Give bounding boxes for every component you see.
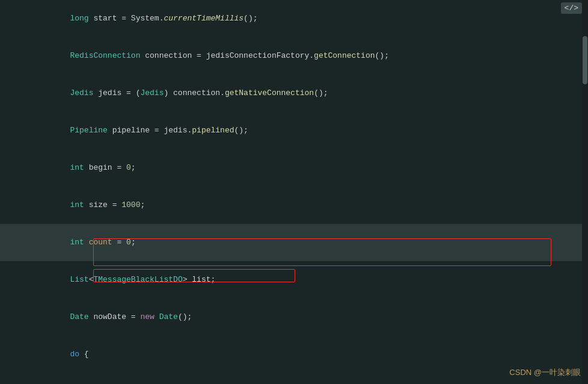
code-text: int begin = 0; [28, 150, 588, 186]
code-line-3: Jedis jedis = (Jedis) connection.getNati… [0, 75, 588, 112]
code-text: Pipeline pipeline = jedis.pipelined(); [28, 113, 588, 149]
code-text: List<TMessageBlackListDO> list; [28, 262, 588, 298]
code-line-10: do { [0, 336, 588, 373]
close-tag-badge: </> [561, 2, 582, 14]
vertical-scrollbar[interactable] [582, 0, 588, 384]
code-text: long start = System.currentTimeMillis(); [28, 1, 588, 37]
scrollbar-thumb[interactable] [583, 36, 587, 84]
code-line-4: Pipeline pipeline = jedis.pipelined(); [0, 112, 588, 149]
code-text: int count = 0; [28, 225, 588, 261]
code-line-5: int begin = 0; [0, 149, 588, 187]
code-text: do { [28, 336, 588, 373]
code-text: int size = 1000; [28, 187, 588, 223]
code-line-9: Date nowDate = new Date(); [0, 299, 588, 336]
code-text: RedisConnection connection = jedisConnec… [28, 38, 588, 74]
code-line-2: RedisConnection connection = jedisConnec… [0, 37, 588, 75]
code-text: Date nowDate = new Date(); [28, 299, 588, 335]
code-line-6: int size = 1000; [0, 187, 588, 224]
code-text: Jedis jedis = (Jedis) connection.getNati… [28, 75, 588, 111]
csdn-badge: CSDN @一叶染刺眼 [509, 367, 581, 378]
code-line-1: long start = System.currentTimeMillis(); [0, 0, 588, 37]
code-text: list = messageBlackListManager.selectBla… [28, 374, 588, 384]
code-line-8: List<TMessageBlackListDO> list; [0, 261, 588, 299]
code-line-11: list = messageBlackListManager.selectBla… [0, 373, 588, 384]
code-area: long start = System.currentTimeMillis();… [0, 0, 588, 384]
code-editor: long start = System.currentTimeMillis();… [0, 0, 588, 384]
code-line-7: int count = 0; [0, 224, 588, 261]
